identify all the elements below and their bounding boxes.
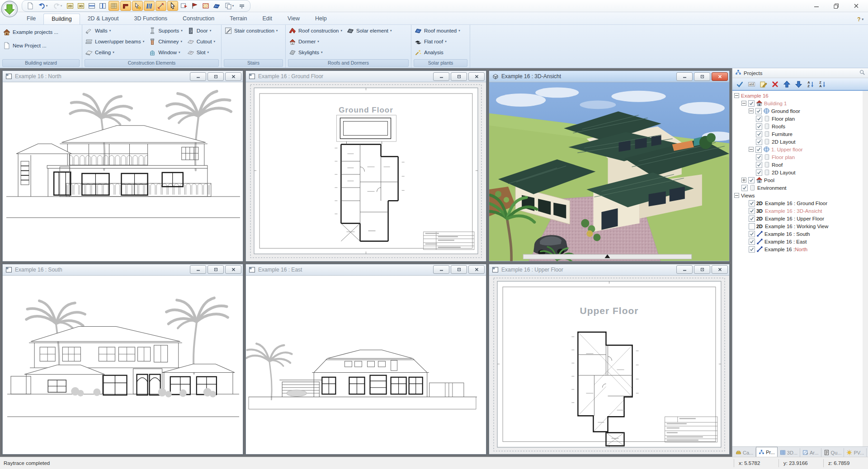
tree-item[interactable]: Example 16 (732, 92, 863, 99)
help-button[interactable]: ?▾ (857, 16, 863, 23)
tab-edit[interactable]: Edit (255, 14, 280, 24)
close-button[interactable] (468, 265, 485, 274)
qat-split-vertical-button[interactable] (98, 1, 108, 10)
close-button[interactable] (712, 72, 728, 81)
ribbon-item-door[interactable]: Door▾ (186, 26, 217, 35)
visibility-checkbox[interactable] (749, 208, 755, 214)
restore-button[interactable] (451, 72, 467, 81)
panel-tab-3d[interactable]: 3D... (778, 448, 800, 457)
ribbon-item-roof-mounted[interactable]: Roof mounted▾ (413, 26, 462, 35)
close-button[interactable] (225, 265, 241, 274)
delete-button[interactable] (769, 79, 781, 89)
tree-item[interactable]: Furniture (732, 130, 863, 138)
visibility-checkbox[interactable] (756, 116, 762, 122)
qat-select-arrow-button[interactable] (167, 1, 178, 11)
qat-snap-grid-button[interactable] (108, 1, 119, 11)
qat-solar-panel-button[interactable] (212, 1, 222, 10)
qat-redo-button[interactable]: ▾ (51, 1, 64, 10)
qat-new-document-button[interactable] (25, 1, 35, 10)
visibility-checkbox[interactable] (755, 108, 762, 114)
close-button[interactable] (712, 265, 728, 274)
sort-descending-button[interactable]: ZA (816, 79, 828, 89)
restore-button[interactable] (694, 72, 710, 81)
visibility-checkbox[interactable] (749, 231, 755, 237)
tab-file[interactable]: File (19, 14, 43, 24)
ribbon-item-slot[interactable]: Slot▾ (186, 48, 217, 57)
visibility-checkbox[interactable] (756, 131, 762, 137)
tree-item[interactable]: Building 1 (732, 99, 863, 107)
tree-item[interactable]: Roofs (732, 122, 863, 130)
qat-roof-tool-button[interactable] (190, 1, 200, 10)
visibility-checkbox[interactable] (748, 177, 755, 183)
visibility-checkbox[interactable] (749, 200, 755, 206)
expand-icon[interactable] (741, 178, 746, 183)
close-button[interactable] (468, 72, 485, 81)
collapse-icon[interactable] (749, 147, 754, 152)
tree-item[interactable]: 2DExample 16 : Ground Floor (732, 199, 863, 207)
ribbon-item-solar-element[interactable]: Solar element▾ (345, 26, 393, 35)
ribbon-item-stair-construction[interactable]: Stair construction▾ (223, 26, 279, 35)
qat-split-horizontal-button[interactable] (87, 1, 97, 10)
visibility-checkbox[interactable] (756, 162, 762, 168)
window-titlebar[interactable]: Example 16 : Upper Floor (489, 264, 729, 276)
minimize-button[interactable] (190, 72, 206, 81)
ribbon-item-lower-upper-beams[interactable]: Lower/upper beams▾ (84, 37, 146, 46)
qat-parallel-walls-button[interactable] (144, 1, 155, 11)
tree-item[interactable]: 2DExample 16 : Upper Floor (732, 215, 863, 222)
ribbon-item-window[interactable]: Window▾ (147, 48, 184, 57)
ribbon-item-analysis[interactable]: Analysis (413, 48, 462, 57)
minimize-button[interactable] (676, 72, 693, 81)
3d-viewport[interactable] (489, 82, 729, 261)
qat-undo-button[interactable]: ▾ (36, 1, 50, 10)
ribbon-item-ceiling[interactable]: Ceiling▾ (84, 48, 146, 57)
tree-item[interactable]: 1. Upper floor (732, 145, 863, 153)
tree-item[interactable]: Floor plan (732, 153, 863, 161)
ribbon-item-roof-construction[interactable]: Roof construction▾ (288, 26, 344, 35)
ribbon-item-walls[interactable]: Walls▾ (84, 26, 146, 35)
minimize-button[interactable] (433, 72, 449, 81)
tree-item[interactable]: Example 16 : North (732, 245, 863, 253)
app-minimize-button[interactable] (807, 1, 826, 11)
restore-button[interactable] (694, 265, 710, 274)
visibility-checkbox[interactable] (748, 100, 755, 107)
visibility-checkbox[interactable] (756, 169, 762, 176)
edit-properties-button[interactable] (757, 79, 769, 89)
tab-3d-functions[interactable]: 3D Functions (126, 14, 175, 24)
tree-item[interactable]: Example 16 : South (732, 230, 863, 238)
tab-building[interactable]: Building (43, 14, 80, 24)
app-close-button[interactable] (846, 1, 866, 11)
ribbon-item-chimney[interactable]: Chimney▾ (147, 37, 184, 46)
tab-terrain[interactable]: Terrain (222, 14, 255, 24)
panel-tab-ca[interactable]: Ca... (733, 448, 756, 457)
collapse-icon[interactable] (734, 93, 739, 98)
ribbon-item-new-project-[interactable]: New Project ... (2, 41, 60, 50)
collapse-icon[interactable] (741, 101, 746, 106)
tree-item[interactable]: 2D Layout (732, 169, 863, 176)
panel-tab-ar[interactable]: Ar... (800, 448, 821, 457)
tree-item[interactable]: Ground floor (732, 107, 863, 115)
minimize-button[interactable] (676, 265, 693, 274)
tree-item[interactable]: Environment (732, 184, 863, 192)
collapse-icon[interactable] (749, 108, 754, 113)
ribbon-item-skylights[interactable]: Skylights▾ (288, 48, 344, 57)
panel-tab-qu[interactable]: Qu... (821, 448, 844, 457)
qat-transfer-view-button[interactable] (179, 1, 189, 10)
tree-item[interactable]: 2D Layout (732, 138, 863, 145)
sort-ascending-button[interactable]: AZ (804, 79, 816, 89)
drawing-area[interactable] (246, 276, 486, 455)
tree-item[interactable]: 3DExample 16 : 3D-Ansicht (732, 207, 863, 215)
app-maximize-button[interactable] (826, 1, 846, 11)
visibility-checkbox[interactable] (749, 216, 755, 222)
qat-toolbar-options-button[interactable] (237, 1, 247, 10)
window-titlebar[interactable]: Example 16 : North (3, 71, 243, 82)
restore-button[interactable] (208, 265, 224, 274)
panel-tab-pv[interactable]: PV... (844, 448, 867, 457)
restore-button[interactable] (208, 72, 224, 81)
qat-wall-corner-button[interactable] (120, 1, 131, 11)
drawing-area[interactable]: Upper Floor (489, 276, 729, 455)
drawing-area[interactable] (3, 82, 243, 261)
visibility-checkbox[interactable] (756, 139, 762, 145)
ribbon-item-dormer[interactable]: Dormer▾ (288, 37, 344, 46)
window-titlebar[interactable]: Example 16 : South (3, 264, 243, 276)
collapse-icon[interactable] (734, 193, 739, 198)
